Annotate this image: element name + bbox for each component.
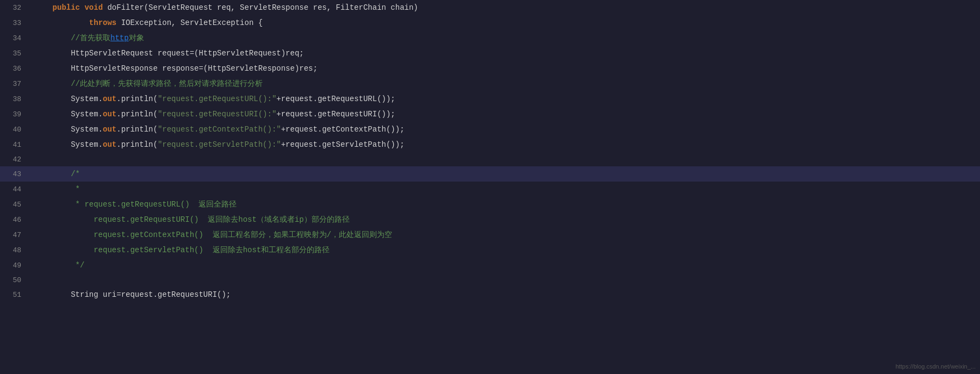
- line-number: 47: [0, 231, 30, 239]
- line-content: String uri=request.getRequestURI();: [30, 288, 980, 302]
- line-number: 39: [0, 110, 30, 119]
- line-content: System.out.println("request.getContextPa…: [30, 122, 980, 136]
- code-editor: 32 public void doFilter(ServletRequest r…: [0, 0, 980, 374]
- line-number: 49: [0, 261, 30, 270]
- line-number: 37: [0, 80, 30, 88]
- code-line: 42: [0, 152, 980, 166]
- watermark: https://blog.csdn.net/weixin_...: [896, 363, 976, 370]
- line-content: */: [30, 258, 980, 272]
- line-number: 43: [0, 170, 30, 178]
- code-line: 44 *: [0, 182, 980, 197]
- line-content: request.getContextPath() 返回工程名部分，如果工程映射为…: [30, 228, 980, 242]
- line-content: HttpServletRequest request=(HttpServletR…: [30, 46, 980, 60]
- line-content: * request.getRequestURL() 返回全路径: [30, 197, 980, 211]
- line-number: 45: [0, 201, 30, 209]
- line-content: request.getServletPath() 返回除去host和工程名部分的…: [30, 243, 980, 257]
- code-line: 41 System.out.println("request.getServle…: [0, 137, 980, 152]
- line-content: public void doFilter(ServletRequest req,…: [30, 1, 980, 15]
- code-line: 43 /*: [0, 166, 980, 182]
- code-line: 49 */: [0, 258, 980, 273]
- line-number: 34: [0, 34, 30, 42]
- code-line: 45 * request.getRequestURL() 返回全路径: [0, 197, 980, 212]
- line-number: 50: [0, 276, 30, 284]
- code-line: 35 HttpServletRequest request=(HttpServl…: [0, 46, 980, 61]
- code-line: 40 System.out.println("request.getContex…: [0, 122, 980, 137]
- code-line: 38 System.out.println("request.getReques…: [0, 91, 980, 107]
- line-number: 51: [0, 291, 30, 299]
- line-content: System.out.println("request.getRequestUR…: [30, 107, 980, 121]
- code-line: 50: [0, 273, 980, 287]
- line-content: request.getRequestURI() 返回除去host（域名或者ip）…: [30, 213, 980, 227]
- line-content: //此处判断，先获得请求路径，然后对请求路径进行分析: [30, 77, 980, 91]
- line-number: 42: [0, 155, 30, 164]
- line-content: /*: [30, 167, 980, 181]
- line-content: throws IOException, ServletException {: [30, 16, 980, 30]
- code-line: 34 //首先获取http对象: [0, 30, 980, 46]
- line-number: 33: [0, 19, 30, 27]
- line-number: 44: [0, 185, 30, 194]
- line-number: 40: [0, 126, 30, 134]
- line-content: System.out.println("request.getServletPa…: [30, 138, 980, 152]
- line-number: 38: [0, 95, 30, 103]
- line-number: 32: [0, 4, 30, 12]
- code-line: 37 //此处判断，先获得请求路径，然后对请求路径进行分析: [0, 76, 980, 91]
- line-number: 35: [0, 49, 30, 58]
- code-line: 51 String uri=request.getRequestURI();: [0, 287, 980, 302]
- code-line: 46 request.getRequestURI() 返回除去host（域名或者…: [0, 212, 980, 227]
- code-line: 47 request.getContextPath() 返回工程名部分，如果工程…: [0, 227, 980, 242]
- line-content: System.out.println("request.getRequestUR…: [30, 92, 980, 106]
- code-line: 36 HttpServletResponse response=(HttpSer…: [0, 61, 980, 76]
- line-number: 46: [0, 216, 30, 224]
- line-number: 41: [0, 141, 30, 149]
- code-line: 48 request.getServletPath() 返回除去host和工程名…: [0, 242, 980, 258]
- line-content: HttpServletResponse response=(HttpServle…: [30, 61, 980, 76]
- code-line: 32 public void doFilter(ServletRequest r…: [0, 0, 980, 15]
- line-content: *: [30, 182, 980, 196]
- line-number: 36: [0, 65, 30, 73]
- line-content: //首先获取http对象: [30, 31, 980, 45]
- code-line: 39 System.out.println("request.getReques…: [0, 107, 980, 122]
- code-line: 33 throws IOException, ServletException …: [0, 15, 980, 30]
- line-number: 48: [0, 246, 30, 254]
